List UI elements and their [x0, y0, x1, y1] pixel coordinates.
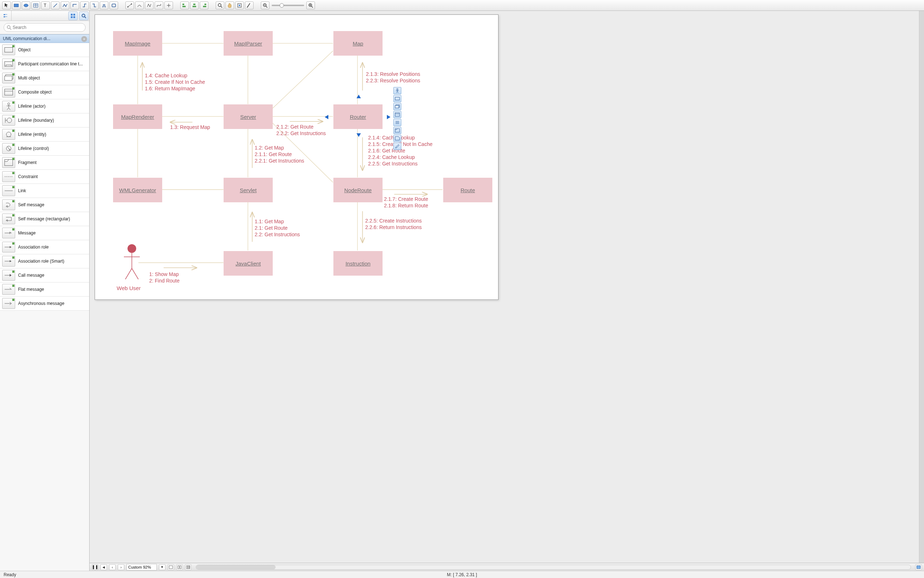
- horizontal-scrollbar[interactable]: [196, 565, 911, 570]
- tool-group-align: [180, 2, 208, 10]
- palette-item[interactable]: Lifeline (entity): [0, 128, 89, 141]
- zoom-dropdown[interactable]: ▾: [159, 564, 165, 570]
- ortho2-tool[interactable]: [80, 2, 89, 10]
- palette-item[interactable]: Constraint: [0, 170, 89, 184]
- palette-section-header[interactable]: UML communication di... ×: [0, 34, 89, 43]
- msg-client-servlet: 1.1: Get Map 2.1: Get Route 2.2: Get Ins…: [255, 219, 300, 238]
- palette-item-icon: [2, 58, 15, 69]
- palette-item[interactable]: Self message: [0, 198, 89, 212]
- tree-toggle[interactable]: [0, 11, 11, 21]
- pan-tool[interactable]: [225, 2, 234, 10]
- ellipse-tool[interactable]: [22, 2, 30, 10]
- palette-item[interactable]: Message: [0, 226, 89, 240]
- palette-item[interactable]: Participant communication line t...: [0, 57, 89, 71]
- node-wmlgenerator[interactable]: WMLGenerator: [113, 178, 162, 202]
- palette-item-icon: [2, 227, 15, 239]
- palette-item-label: Association role (Smart): [18, 259, 64, 264]
- zoom-in-button[interactable]: [306, 2, 315, 10]
- align-right-tool[interactable]: [200, 2, 208, 10]
- node-javaclient[interactable]: JavaClient: [224, 251, 273, 276]
- align-left-tool[interactable]: [180, 2, 189, 10]
- pause-icon[interactable]: ❚❚: [92, 564, 98, 570]
- palette-item-label: Lifeline (actor): [18, 104, 45, 109]
- conn2-tool[interactable]: [135, 2, 144, 10]
- svg-line-55: [9, 108, 10, 110]
- palette-item[interactable]: Self message (rectangular): [0, 212, 89, 226]
- overview-icon[interactable]: [915, 564, 922, 570]
- layout2-icon[interactable]: [176, 564, 183, 570]
- node-mapimage[interactable]: MapImage: [113, 31, 162, 56]
- ortho1-tool[interactable]: [70, 2, 79, 10]
- palette-item[interactable]: Lifeline (control): [0, 141, 89, 156]
- vertical-scrollbar[interactable]: [919, 11, 924, 563]
- diagram-canvas[interactable]: MapImage MapIParser Map MapRenderer Serv…: [95, 15, 498, 300]
- zoom-out-button[interactable]: [261, 2, 269, 10]
- qt-edit-icon[interactable]: [393, 143, 401, 150]
- line-tool[interactable]: [51, 2, 60, 10]
- top-toolbar: T: [0, 0, 924, 11]
- palette-item[interactable]: Fragment: [0, 156, 89, 170]
- conn3-tool[interactable]: [145, 2, 154, 10]
- palette-item[interactable]: Multi object: [0, 71, 89, 85]
- search-input[interactable]: [3, 23, 86, 32]
- layout3-icon[interactable]: [185, 564, 191, 570]
- node-instruction[interactable]: Instruction: [333, 251, 383, 276]
- zoom-slider[interactable]: [272, 5, 304, 6]
- rounded-tool[interactable]: [109, 2, 118, 10]
- qt-list-icon[interactable]: [393, 119, 401, 126]
- palette-item[interactable]: Lifeline (actor): [0, 99, 89, 114]
- qt-object-icon[interactable]: [393, 95, 401, 102]
- palette-item[interactable]: Flat message: [0, 283, 89, 297]
- pointer-tool[interactable]: [2, 2, 11, 10]
- grid-view-button[interactable]: [68, 11, 78, 20]
- quick-tools-popup: [393, 87, 401, 150]
- table-tool[interactable]: [31, 2, 40, 10]
- node-maprenderer[interactable]: MapRenderer: [113, 104, 162, 129]
- prev-page-button[interactable]: ‹: [109, 564, 115, 570]
- node-noderoute[interactable]: NodeRoute: [333, 178, 383, 202]
- qt-composite-icon[interactable]: [393, 111, 401, 118]
- node-route[interactable]: Route: [443, 178, 492, 202]
- close-section-icon[interactable]: ×: [81, 36, 87, 42]
- conn5-tool[interactable]: [164, 2, 173, 10]
- palette-item[interactable]: Association role (Smart): [0, 254, 89, 268]
- actor-icon[interactable]: [121, 243, 143, 283]
- qt-actor-icon[interactable]: [393, 87, 401, 94]
- palette-item[interactable]: Lifeline (boundary): [0, 114, 89, 128]
- crop-tool[interactable]: [245, 2, 254, 10]
- fit-tool[interactable]: [235, 2, 244, 10]
- svg-rect-15: [193, 3, 195, 5]
- palette-item[interactable]: Object: [0, 43, 89, 57]
- palette-item[interactable]: Link: [0, 184, 89, 198]
- polyline-tool[interactable]: [61, 2, 69, 10]
- node-map[interactable]: Map: [333, 31, 383, 56]
- ortho4-tool[interactable]: [100, 2, 109, 10]
- palette-item[interactable]: Asynchronous message: [0, 297, 89, 311]
- node-router[interactable]: Router: [333, 104, 383, 129]
- align-center-tool[interactable]: [190, 2, 199, 10]
- rectangle-tool[interactable]: [12, 2, 21, 10]
- qt-multi-icon[interactable]: [393, 103, 401, 110]
- node-servlet[interactable]: Servlet: [224, 178, 273, 202]
- palette-item[interactable]: Composite object: [0, 85, 89, 99]
- canvas-scroll[interactable]: MapImage MapIParser Map MapRenderer Serv…: [89, 11, 919, 563]
- conn1-tool[interactable]: [125, 2, 134, 10]
- conn4-tool[interactable]: [155, 2, 163, 10]
- zoom-tool[interactable]: [216, 2, 224, 10]
- node-server[interactable]: Server: [224, 104, 273, 129]
- msg-noderoute-route: 2.1.7: Create Route 2.1.8: Return Route: [384, 196, 428, 209]
- svg-point-19: [218, 3, 221, 6]
- search-view-button[interactable]: [79, 11, 89, 20]
- node-mapiparser[interactable]: MapIParser: [224, 31, 273, 56]
- palette-item[interactable]: Association role: [0, 240, 89, 254]
- zoom-display[interactable]: [126, 564, 157, 570]
- layout1-icon[interactable]: [168, 564, 174, 570]
- ortho3-tool[interactable]: [90, 2, 99, 10]
- next-page-button[interactable]: ›: [118, 564, 124, 570]
- svg-rect-38: [71, 16, 73, 18]
- palette-item[interactable]: Call message: [0, 268, 89, 283]
- qt-note-icon[interactable]: [393, 135, 401, 142]
- first-page-button[interactable]: ◄: [101, 564, 107, 570]
- qt-fragment-icon[interactable]: [393, 127, 401, 134]
- text-tool[interactable]: T: [41, 2, 50, 10]
